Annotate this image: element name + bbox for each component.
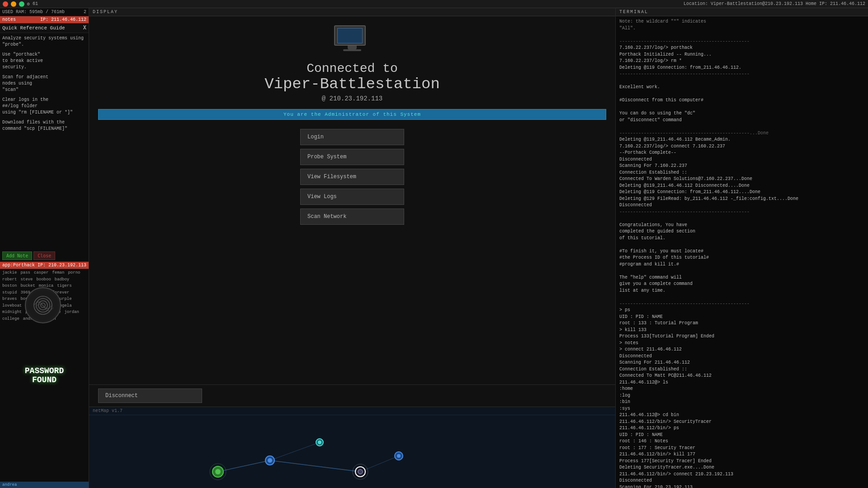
login-button[interactable]: Login xyxy=(300,129,404,145)
term-line: UID : PID : NAME xyxy=(619,314,864,321)
term-line: Disconnected xyxy=(619,202,864,209)
term-line: :sys xyxy=(619,406,864,412)
app-porthack-bar: app:Porthack IP: 210.23.192.113 xyxy=(0,262,89,269)
disconnect-button[interactable]: Disconnect xyxy=(98,389,202,403)
netmap-area: netMap v1.7 xyxy=(89,407,615,488)
notes-ip-bar: notes IP: 211.46.46.112 xyxy=(0,16,89,24)
term-line: root : 177 : Security Tracer xyxy=(619,445,864,452)
term-disconnect-comment: #Disconnect from this computer# xyxy=(619,97,864,104)
window-counter: 61 xyxy=(33,1,38,6)
term-line: You can do so using the "dc" xyxy=(619,110,864,117)
term-separator: ----------------------------------------… xyxy=(619,38,864,45)
fingerprint-icon xyxy=(25,287,61,323)
term-line xyxy=(619,123,864,130)
pass-bucket: bucket xyxy=(20,283,35,289)
terminal-panel: TERMINAL Note: the wildcard "*" indicate… xyxy=(616,8,868,488)
quick-ref-close-btn[interactable]: X xyxy=(83,25,86,31)
top-bar: ⚙ 61 Location: Viper-Battlestation@210.2… xyxy=(0,0,868,8)
term-line: --Porthack Complete-- xyxy=(619,150,864,156)
pass-stupid: stupid xyxy=(2,290,17,296)
view-logs-button[interactable]: View Logs xyxy=(300,189,404,205)
sidebar: USED RAM: 595mb / 761mb 2 notes IP: 211.… xyxy=(0,8,89,488)
quick-ref-content: Analyze security systems using"probe". U… xyxy=(0,33,89,250)
term-line: Congratulations, You have xyxy=(619,222,864,229)
svg-line-6 xyxy=(270,442,320,460)
term-finish-comment3: #program and kill it.# xyxy=(619,261,864,268)
pass-jackie: jackie xyxy=(2,270,17,276)
minimize-window-btn[interactable] xyxy=(11,1,16,7)
app-ip: IP: 210.23.192.113 xyxy=(38,263,86,268)
connected-subtitle: Viper-Battlestation xyxy=(264,76,440,93)
term-line xyxy=(619,242,864,248)
pass-steve: steve xyxy=(20,277,33,283)
term-finish-comment2: #the Process ID of this tutorial# xyxy=(619,255,864,261)
term-line: Deleting @119 Connection: from_211.46.46… xyxy=(619,65,864,71)
term-separator: ----------------------------------------… xyxy=(619,209,864,216)
guide-text-2: Use "porthack"to break activesecurity. xyxy=(2,52,86,71)
close-window-btn[interactable] xyxy=(3,1,8,7)
term-line: 7.160.22.237/log/> rm * xyxy=(619,58,864,65)
svg-line-5 xyxy=(270,460,360,472)
term-separator: ----------------------------------------… xyxy=(619,301,864,308)
connected-ip: @ 210.23.192.113 xyxy=(322,95,382,102)
term-line: Connected To Matt PC@211.46.46.112 xyxy=(619,373,864,379)
pass-robert: robert xyxy=(2,277,17,283)
monitor-base xyxy=(343,49,361,51)
ip-label: notes xyxy=(2,17,16,22)
disconnect-area: Disconnect xyxy=(89,384,615,407)
monitor-stand xyxy=(348,46,357,49)
svg-line-7 xyxy=(360,456,399,472)
term-line: Scanning For 7.160.22.237 xyxy=(619,163,864,170)
app-label: app:Porthack xyxy=(2,263,35,268)
password-found-overlay: PASSWORD FOUND xyxy=(25,366,64,384)
gear-icon[interactable]: ⚙ xyxy=(27,1,30,7)
term-line: Disconnected xyxy=(619,156,864,163)
display-content: Connected to Viper-Battlestation @ 210.2… xyxy=(89,16,615,384)
term-line: "All". xyxy=(619,25,864,32)
add-note-button[interactable]: Add Note xyxy=(2,251,32,260)
pass-porno: porno xyxy=(68,270,80,276)
term-separator: ----------------------------------------… xyxy=(619,71,864,78)
svg-point-15 xyxy=(358,469,363,474)
display-header: DISPLAY xyxy=(89,8,615,16)
term-line: 211.46.46.112/bin/> connect 210.23.192.1… xyxy=(619,471,864,478)
term-line: Disconnected xyxy=(619,478,864,484)
netmap-canvas xyxy=(89,415,615,487)
term-finish-comment1: #To finish it, you must locate# xyxy=(619,248,864,255)
view-filesystem-button[interactable]: View Filesystem xyxy=(300,169,404,185)
term-line: Note: the wildcard "*" indicates xyxy=(619,19,864,25)
term-line: of this tutorial. xyxy=(619,235,864,242)
monitor-body xyxy=(334,25,366,46)
maximize-window-btn[interactable] xyxy=(19,1,24,7)
term-line: 211.46.46.112/bin/> SecurityTracer xyxy=(619,419,864,426)
pass-loveboat: loveboat xyxy=(2,303,22,309)
term-line: root : 146 : Notes xyxy=(619,438,864,445)
pass-jordan: jordan xyxy=(64,309,79,316)
guide-text-3: Scan for adjacentnodes using"scan" xyxy=(2,74,86,93)
term-line: Scanning For 210.23.192.113 xyxy=(619,484,864,488)
close-note-button[interactable]: Close xyxy=(33,251,55,260)
term-line: 7.160.22.237/log/> connect 7.160.22.237 xyxy=(619,143,864,150)
pass-tigers: tigers xyxy=(57,283,71,289)
ip-value: IP: 211.46.46.112 xyxy=(40,17,86,22)
connected-title: Connected to xyxy=(307,62,398,76)
top-bar-location: Location: Viper-Battlestation@210.23.192… xyxy=(684,1,865,6)
password-found-line1: PASSWORD xyxy=(25,366,64,375)
term-line: > connect 211.46.46.112 xyxy=(619,346,864,353)
scan-network-button[interactable]: Scan Network xyxy=(300,208,404,225)
term-line: Disconnected xyxy=(619,353,864,360)
probe-system-button[interactable]: Probe System xyxy=(300,149,404,165)
ram-label: USED RAM: 595mb / 761mb xyxy=(2,9,65,14)
term-line xyxy=(619,91,864,98)
term-line xyxy=(619,78,864,85)
term-line xyxy=(619,215,864,222)
term-line: > ps xyxy=(619,307,864,314)
svg-point-9 xyxy=(215,469,221,474)
pass-braves: braves xyxy=(2,296,17,303)
term-line: Excellent work. xyxy=(619,84,864,91)
term-line: Connection Established :: xyxy=(619,170,864,176)
term-line: :log xyxy=(619,393,864,399)
pass-boston: boston xyxy=(2,283,17,289)
term-line: completed the guided section xyxy=(619,228,864,235)
display-panel: DISPLAY Connected to Viper-Battlestation… xyxy=(89,8,616,488)
